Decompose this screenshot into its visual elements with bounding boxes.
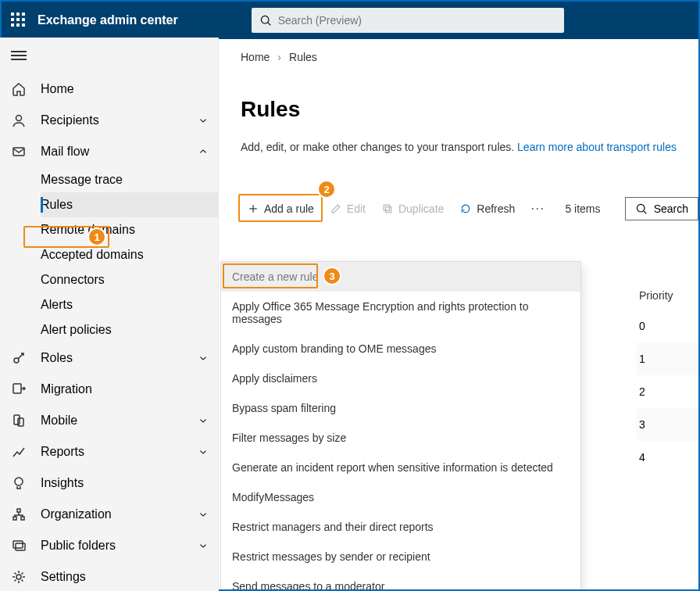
sidebar-item-label: Mail flow bbox=[41, 145, 198, 159]
sidebar-item-alerts[interactable]: Alerts bbox=[41, 292, 218, 317]
mobile-icon bbox=[11, 413, 27, 428]
svg-rect-3 bbox=[13, 148, 24, 156]
dropdown-item[interactable]: Bypass spam filtering bbox=[221, 393, 580, 423]
edit-button[interactable]: Edit bbox=[323, 198, 372, 220]
sidebar-item-label: Accepted domains bbox=[41, 248, 209, 262]
dropdown-item[interactable]: ModifyMessages bbox=[221, 482, 580, 512]
chevron-down-icon bbox=[198, 115, 209, 126]
svg-rect-5 bbox=[13, 384, 21, 393]
sidebar-item-connectors[interactable]: Connectors bbox=[41, 267, 218, 292]
svg-rect-6 bbox=[14, 415, 20, 424]
global-search-input[interactable] bbox=[278, 14, 556, 27]
svg-point-14 bbox=[16, 575, 21, 579]
toolbar: Add a rule Edit Duplicate Refresh ··· 5 … bbox=[241, 197, 698, 220]
svg-line-1 bbox=[268, 23, 270, 25]
sidebar-item-label: Mobile bbox=[41, 414, 198, 428]
item-count: 5 items bbox=[565, 202, 600, 215]
svg-rect-12 bbox=[13, 541, 23, 548]
sidebar-item-label: Message trace bbox=[41, 173, 209, 187]
page-description: Add, edit, or make other changes to your… bbox=[241, 141, 698, 153]
sidebar-item-label: Migration bbox=[41, 382, 209, 396]
sidebar-item-message-trace[interactable]: Message trace bbox=[41, 167, 218, 192]
breadcrumb-current: Rules bbox=[289, 51, 317, 63]
search-button[interactable]: Search bbox=[625, 197, 698, 220]
sidebar-item-recipients[interactable]: Recipients bbox=[0, 105, 218, 136]
svg-point-8 bbox=[15, 478, 23, 485]
dropdown-item[interactable]: Restrict messages by sender or recipient bbox=[221, 542, 580, 571]
dropdown-item[interactable]: Send messages to a moderator bbox=[221, 571, 580, 589]
sidebar-item-reports[interactable]: Reports bbox=[0, 436, 218, 467]
priority-cell: 3 bbox=[636, 408, 698, 441]
sidebar-item-roles[interactable]: Roles bbox=[0, 342, 218, 374]
page-title: Rules bbox=[241, 97, 698, 122]
sidebar-item-remote-domains[interactable]: Remote domains bbox=[41, 217, 218, 242]
app-title: Exchange admin center bbox=[38, 13, 178, 27]
global-search[interactable] bbox=[252, 8, 564, 33]
more-actions-button[interactable]: ··· bbox=[524, 197, 551, 220]
svg-line-20 bbox=[644, 211, 646, 213]
search-icon bbox=[259, 14, 272, 27]
dropdown-item[interactable]: Filter messages by size bbox=[221, 423, 580, 453]
sidebar-item-label: Settings bbox=[41, 570, 209, 584]
sidebar-sub-mailflow: Message trace Rules Remote domains Accep… bbox=[0, 167, 218, 342]
sidebar-item-label: Home bbox=[41, 82, 209, 96]
learn-more-link[interactable]: Learn more about transport rules bbox=[517, 141, 677, 153]
sidebar-item-organization[interactable]: Organization bbox=[0, 499, 218, 530]
sidebar-item-alert-policies[interactable]: Alert policies bbox=[41, 317, 218, 342]
svg-rect-18 bbox=[386, 206, 391, 212]
insights-icon bbox=[11, 475, 27, 491]
svg-rect-13 bbox=[16, 543, 25, 550]
add-rule-button[interactable]: Add a rule bbox=[241, 198, 320, 220]
refresh-button[interactable]: Refresh bbox=[453, 198, 521, 220]
svg-point-2 bbox=[16, 116, 22, 121]
sidebar-item-mailflow[interactable]: Mail flow bbox=[0, 136, 218, 167]
sidebar-item-label: Organization bbox=[41, 507, 198, 521]
person-icon bbox=[11, 113, 27, 128]
mail-icon bbox=[11, 144, 27, 159]
svg-rect-17 bbox=[384, 205, 389, 210]
reports-icon bbox=[11, 444, 27, 460]
dropdown-item[interactable]: Restrict managers and their direct repor… bbox=[221, 512, 580, 542]
migration-icon bbox=[11, 381, 27, 397]
svg-point-0 bbox=[261, 16, 269, 23]
sidebar-item-label: Roles bbox=[41, 351, 198, 365]
priority-cell: 0 bbox=[636, 310, 698, 342]
sidebar-item-public-folders[interactable]: Public folders bbox=[0, 530, 218, 561]
dropdown-item[interactable]: Apply custom branding to OME messages bbox=[221, 334, 580, 364]
priority-header: Priority bbox=[636, 281, 698, 310]
priority-cell: 1 bbox=[636, 342, 698, 375]
annotation-badge-3: 3 bbox=[323, 267, 341, 285]
sidebar-item-rules[interactable]: Rules bbox=[41, 192, 218, 217]
chevron-down-icon bbox=[198, 509, 209, 520]
app-launcher-icon[interactable] bbox=[11, 13, 27, 28]
sidebar-item-mobile[interactable]: Mobile bbox=[0, 405, 218, 436]
sidebar-item-migration[interactable]: Migration bbox=[0, 374, 218, 405]
breadcrumb-home[interactable]: Home bbox=[241, 51, 270, 63]
chevron-right-icon: › bbox=[277, 51, 281, 63]
chevron-down-icon bbox=[198, 415, 209, 426]
dropdown-item[interactable]: Apply Office 365 Message Encryption and … bbox=[221, 292, 580, 334]
dropdown-item[interactable]: Apply disclaimers bbox=[221, 364, 580, 393]
page-description-text: Add, edit, or make other changes to your… bbox=[241, 141, 517, 153]
dropdown-item[interactable]: Generate an incident report when sensiti… bbox=[221, 453, 580, 482]
settings-icon bbox=[11, 569, 27, 585]
hamburger-button[interactable] bbox=[0, 38, 218, 73]
sidebar-item-home[interactable]: Home bbox=[0, 73, 218, 105]
sidebar-item-label: Reports bbox=[41, 445, 198, 459]
breadcrumb: Home › Rules bbox=[241, 39, 698, 75]
sidebar-item-label: Recipients bbox=[41, 113, 198, 127]
sidebar-item-label: Connectors bbox=[41, 273, 209, 287]
edit-icon bbox=[330, 202, 342, 215]
key-icon bbox=[11, 350, 27, 366]
refresh-label: Refresh bbox=[477, 202, 515, 215]
dropdown-item-create-new[interactable]: Create a new rule bbox=[221, 262, 580, 292]
duplicate-button[interactable]: Duplicate bbox=[375, 198, 450, 220]
sidebar-item-insights[interactable]: Insights bbox=[0, 467, 218, 499]
folders-icon bbox=[11, 538, 27, 553]
sidebar-item-settings[interactable]: Settings bbox=[0, 561, 218, 591]
priority-column: Priority 0 1 2 3 4 bbox=[636, 281, 698, 474]
priority-cell: 2 bbox=[636, 375, 698, 408]
sidebar-item-accepted-domains[interactable]: Accepted domains bbox=[41, 242, 218, 267]
sidebar: Home Recipients Mail flow Message trace … bbox=[0, 38, 219, 591]
duplicate-label: Duplicate bbox=[398, 202, 444, 215]
